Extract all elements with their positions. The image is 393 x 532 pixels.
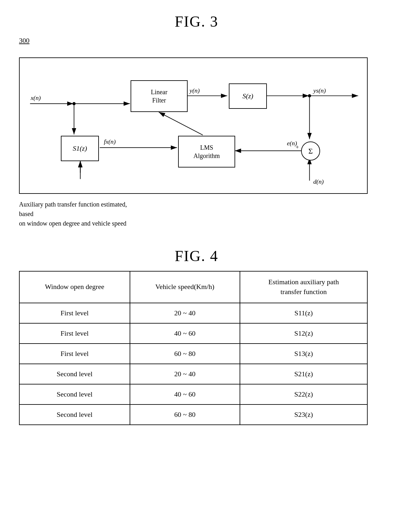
fig4-title: FIG. 4: [19, 247, 374, 265]
fig4-table: Window open degree Vehicle speed(Km/h) E…: [19, 271, 368, 425]
table-cell: Second level: [19, 404, 130, 425]
table-cell: S11(z): [240, 303, 367, 323]
lms-block: LMS Algorithm: [178, 136, 235, 167]
table-cell: Second level: [19, 364, 130, 384]
svg-point-6: [308, 94, 311, 97]
col-header-estimation: Estimation auxiliary path transfer funct…: [240, 271, 367, 303]
table-row: Second level40 ~ 60S22(z): [19, 384, 367, 404]
table-cell: 60 ~ 80: [130, 344, 240, 364]
diagram-caption: Auxiliary path transfer function estimat…: [19, 200, 139, 228]
table-cell: 60 ~ 80: [130, 404, 240, 425]
table-cell: First level: [19, 344, 130, 364]
svg-text:e(n): e(n): [287, 140, 297, 147]
table-row: First level40 ~ 60S12(z): [19, 323, 367, 344]
svg-text:y(n): y(n): [189, 87, 200, 94]
svg-text:fx(n): fx(n): [104, 138, 116, 145]
fig4-section: FIG. 4 Window open degree Vehicle speed(…: [19, 247, 374, 425]
table-cell: S12(z): [240, 323, 367, 344]
table-row: First level20 ~ 40S11(z): [19, 303, 367, 323]
table-row: Second level20 ~ 40S21(z): [19, 364, 367, 384]
table-row: Second level60 ~ 80S23(z): [19, 404, 367, 425]
table-cell: 20 ~ 40: [130, 364, 240, 384]
svg-text:x(n): x(n): [30, 94, 41, 102]
svg-text:d(n): d(n): [313, 178, 324, 185]
s1z-block: S1(z): [61, 136, 99, 161]
table-row: First level60 ~ 80S13(z): [19, 344, 367, 364]
table-cell: 20 ~ 40: [130, 303, 240, 323]
table-cell: S23(z): [240, 404, 367, 425]
col-header-window: Window open degree: [19, 271, 130, 303]
table-cell: First level: [19, 303, 130, 323]
fig3-title: FIG. 3: [19, 13, 374, 30]
sigma-block: Σ: [301, 141, 320, 161]
svg-line-13: [159, 112, 203, 135]
table-cell: First level: [19, 323, 130, 344]
linear-filter-block: Linear Filter: [131, 80, 188, 112]
table-cell: S13(z): [240, 344, 367, 364]
sz-block: S(z): [229, 83, 267, 109]
svg-text:ys(n): ys(n): [312, 87, 326, 94]
table-cell: 40 ~ 60: [130, 384, 240, 404]
table-cell: Second level: [19, 384, 130, 404]
ref-number: 300: [19, 36, 29, 45]
col-header-speed: Vehicle speed(Km/h): [130, 271, 240, 303]
svg-point-2: [73, 102, 76, 105]
table-header-row: Window open degree Vehicle speed(Km/h) E…: [19, 271, 367, 303]
svg-text:+: +: [296, 144, 299, 150]
table-cell: S21(z): [240, 364, 367, 384]
table-cell: S22(z): [240, 384, 367, 404]
diagram-fig3: + + x(n) y(n) ys(n) fx(n) e(n) d(n) Line…: [19, 57, 368, 194]
table-cell: 40 ~ 60: [130, 323, 240, 344]
